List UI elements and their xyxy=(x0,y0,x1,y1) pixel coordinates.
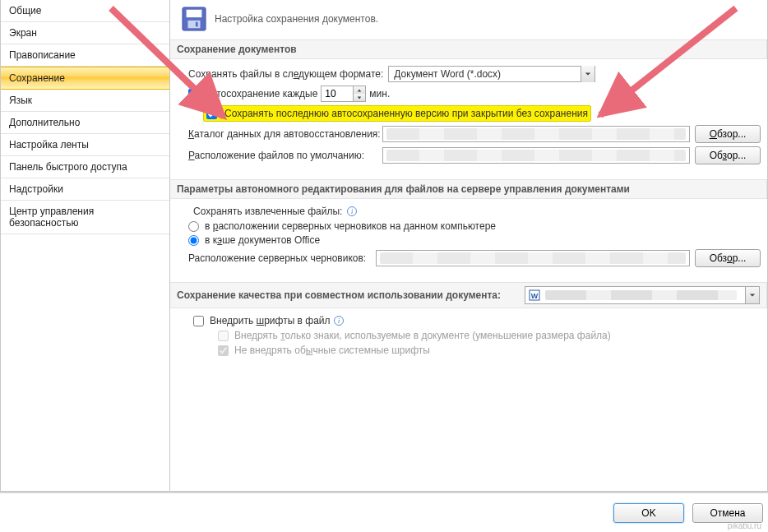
save-disk-icon xyxy=(182,7,206,31)
info-icon[interactable]: i xyxy=(347,206,357,216)
svg-rect-3 xyxy=(196,22,198,27)
label-server-drafts-location: Расположение серверных черновиков: xyxy=(188,252,371,264)
checkbox-not-embed-common xyxy=(218,345,229,356)
combo-save-format[interactable]: Документ Word (*.docx) xyxy=(388,66,595,82)
spinner-autosave-minutes[interactable] xyxy=(321,86,366,102)
spinner-down-icon[interactable] xyxy=(354,94,365,101)
sidebar-item-quick-access[interactable]: Панель быстрого доступа xyxy=(1,156,169,178)
label-save-checkedout: Сохранять извлеченные файлы: xyxy=(193,206,342,217)
input-autosave-minutes[interactable] xyxy=(322,86,353,101)
checkbox-embed-only-used xyxy=(218,331,229,341)
sidebar-item-label: Надстройки xyxy=(9,183,63,195)
group-header-quality: Сохранение качества при совместном испол… xyxy=(170,282,767,308)
input-default-file-location[interactable] xyxy=(382,147,690,164)
label-keep-last-autosaved: Сохранять последнюю автосохраненную верс… xyxy=(224,108,588,119)
sidebar-item-label: Сохранение xyxy=(9,72,65,84)
sidebar-item-customize-ribbon[interactable]: Настройка ленты xyxy=(1,134,169,156)
input-server-drafts-location[interactable] xyxy=(376,250,690,266)
checkbox-keep-last-autosaved[interactable] xyxy=(206,109,217,119)
ok-button[interactable]: OK xyxy=(613,503,684,523)
label-office-document-cache: в кэше документов Office xyxy=(205,234,320,246)
sidebar-item-label: Дополнительно xyxy=(9,117,80,128)
label-embed-only-used: Внедрять только знаки, используемые в до… xyxy=(234,330,611,341)
checkbox-autosave-every[interactable] xyxy=(188,89,199,99)
radio-office-document-cache[interactable] xyxy=(188,235,199,246)
label-default-file-location: Расположение файлов по умолчанию: xyxy=(188,150,377,161)
content-panel: Настройка сохранения документов. Сохране… xyxy=(170,0,768,492)
combo-save-format-value: Документ Word (*.docx) xyxy=(394,68,501,80)
sidebar-item-language[interactable]: Язык xyxy=(1,90,169,112)
label-not-embed-common: Не внедрять обычные системные шрифты xyxy=(234,345,430,356)
group-header-offline-editing: Параметры автономного редактирования для… xyxy=(170,179,767,199)
sidebar-item-general[interactable]: Общие xyxy=(1,0,169,22)
svg-text:i: i xyxy=(351,208,353,215)
sidebar-item-display[interactable]: Экран xyxy=(1,22,169,44)
browse-default-location-button[interactable]: Обзор... xyxy=(695,146,761,164)
sidebar-item-label: Общие xyxy=(9,5,41,16)
sidebar-item-advanced[interactable]: Дополнительно xyxy=(1,112,169,134)
sidebar-item-label: Панель быстрого доступа xyxy=(9,161,127,173)
label-server-drafts-folder: в расположении серверных черновиков на д… xyxy=(205,220,496,232)
label-save-format: Сохранять файлы в следующем формате: xyxy=(188,68,383,80)
combo-document-selector[interactable]: W xyxy=(525,286,760,304)
info-icon[interactable]: i xyxy=(334,316,344,326)
page-title: Настройка сохранения документов. xyxy=(215,13,378,25)
svg-rect-1 xyxy=(187,10,202,17)
chevron-down-icon[interactable] xyxy=(745,287,759,303)
watermark: pikabu.ru xyxy=(728,521,761,530)
spinner-up-icon[interactable] xyxy=(354,86,365,94)
sidebar-item-label: Настройка ленты xyxy=(9,139,89,150)
svg-text:W: W xyxy=(531,292,539,300)
sidebar-item-label: Экран xyxy=(9,27,37,39)
browse-autorecovery-button[interactable]: Обзор... xyxy=(695,125,761,143)
sidebar: Общие Экран Правописание Сохранение Язык… xyxy=(0,0,170,492)
sidebar-item-label: Центр управления безопасностью xyxy=(9,206,94,229)
checkbox-embed-fonts[interactable] xyxy=(193,316,204,326)
sidebar-item-label: Правописание xyxy=(9,49,76,61)
sidebar-item-proofing[interactable]: Правописание xyxy=(1,44,169,67)
cancel-button[interactable]: Отмена xyxy=(692,503,763,523)
label-autorecovery-path: Каталог данных для автовосстановления: xyxy=(188,128,377,140)
label-autosave-every: Автосохранение каждые xyxy=(205,88,317,99)
group-header-save-documents: Сохранение документов xyxy=(170,39,767,59)
word-document-icon: W xyxy=(529,289,540,301)
chevron-down-icon[interactable] xyxy=(581,66,595,82)
sidebar-item-trust-center[interactable]: Центр управления безопасностью xyxy=(1,201,169,234)
sidebar-item-label: Язык xyxy=(9,95,32,106)
label-embed-fonts: Внедрить шрифты в файл xyxy=(210,315,331,326)
radio-server-drafts-folder[interactable] xyxy=(188,221,199,232)
svg-rect-2 xyxy=(188,21,201,28)
browse-server-drafts-button[interactable]: Обзор... xyxy=(695,249,761,267)
svg-text:i: i xyxy=(337,317,339,325)
input-autorecovery-path[interactable] xyxy=(382,126,690,142)
label-autosave-unit: мин. xyxy=(369,88,390,99)
sidebar-item-addins[interactable]: Надстройки xyxy=(1,178,169,201)
highlighted-option: Сохранять последнюю автосохраненную верс… xyxy=(203,105,591,122)
sidebar-item-save[interactable]: Сохранение xyxy=(1,67,169,90)
dialog-footer: OK Отмена xyxy=(0,493,768,532)
